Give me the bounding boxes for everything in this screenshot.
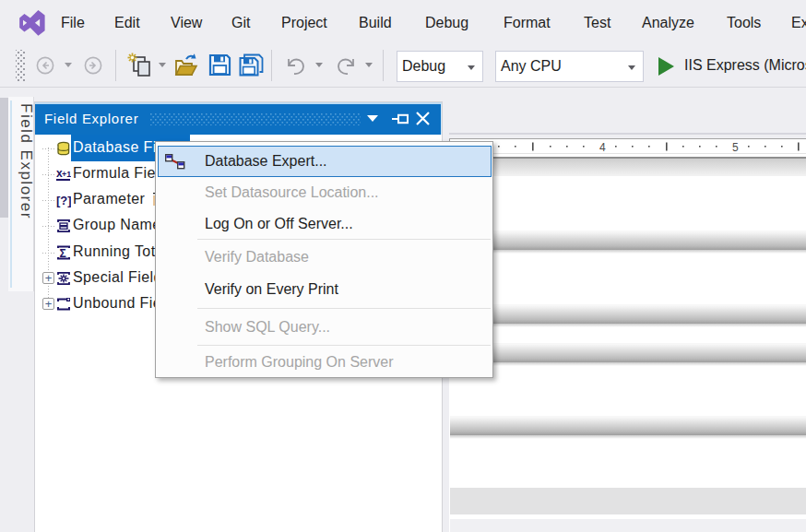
svg-text:+1: +1	[62, 170, 71, 179]
svg-text:[?]: [?]	[56, 194, 71, 207]
svg-text:Σ: Σ	[60, 246, 66, 259]
svg-text:4: 4	[599, 141, 606, 154]
svg-text:5: 5	[732, 141, 739, 154]
